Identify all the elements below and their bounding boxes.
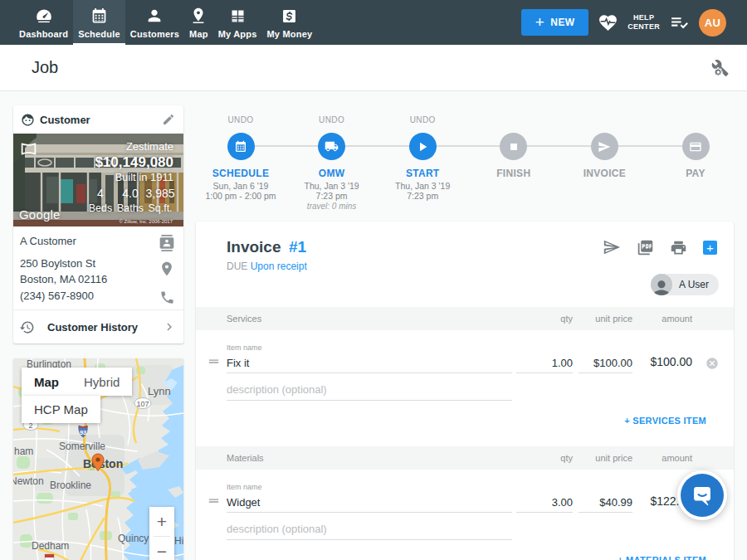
map-type-map-button[interactable]: Map	[22, 368, 71, 396]
chat-fab[interactable]	[677, 470, 727, 520]
material-qty-input[interactable]	[516, 493, 573, 513]
nav-item-schedule[interactable]: Schedule	[73, 0, 125, 45]
customer-card: Customer	[13, 105, 183, 343]
customer-phone: (234) 567-8900	[20, 290, 94, 302]
nav-label: Schedule	[78, 29, 120, 39]
job-settings-icon[interactable]	[710, 59, 729, 77]
service-amount: $100.00	[632, 353, 692, 373]
assignee-chip[interactable]: A User	[651, 274, 719, 295]
health-heart-icon[interactable]	[598, 12, 618, 33]
add-service-item-button[interactable]: + SERVICES ITEM	[624, 416, 706, 426]
start-date-line1: Thu, Jan 3 '19	[377, 181, 468, 191]
start-date: Thu, Jan 3 '19 7:23 pm	[377, 181, 468, 201]
nav-item-customers[interactable]: Customers	[125, 0, 184, 45]
nav-label: Map	[189, 29, 208, 39]
timeline-step-label: INVOICE	[559, 168, 650, 179]
stat-beds: 4 Beds	[85, 187, 115, 214]
customer-card-title: Customer	[40, 114, 90, 126]
phone-icon[interactable]	[159, 290, 175, 305]
drag-handle-icon[interactable]	[207, 494, 221, 508]
nav-item-my-money[interactable]: My Money	[262, 0, 318, 45]
service-unit-price-input[interactable]	[579, 353, 632, 373]
contact-card-icon[interactable]	[159, 235, 175, 251]
print-icon[interactable]	[670, 239, 687, 256]
material-item-name-input[interactable]	[227, 493, 512, 513]
new-button[interactable]: + NEW	[521, 9, 588, 36]
service-description-input[interactable]	[227, 373, 512, 401]
nav-item-dashboard[interactable]: Dashboard	[14, 0, 73, 45]
map-label-dedham: Dedham	[32, 540, 69, 552]
undo-spacer	[559, 115, 650, 125]
qty-column-header: qty	[516, 453, 573, 463]
remove-service-item-icon[interactable]	[706, 353, 719, 373]
customer-details: A Customer 250 Boylston St Boston, MA 02…	[13, 226, 183, 343]
service-qty-input[interactable]	[516, 353, 573, 373]
item-name-label: Item name	[227, 483, 262, 491]
map-type-hybrid-button[interactable]: Hybrid	[71, 368, 132, 396]
zillow-copyright: © Zillow, Inc. 2006-2017	[120, 219, 173, 224]
nav-item-map[interactable]: Map	[184, 0, 213, 45]
due-label: DUE	[227, 261, 247, 272]
task-list-icon[interactable]	[669, 12, 690, 33]
nav-item-my-apps[interactable]: My Apps	[213, 0, 262, 45]
undo-start-button[interactable]: UNDO	[377, 115, 468, 125]
timeline-step-label: PAY	[650, 168, 741, 179]
property-photo[interactable]: Zestimate $10,149,080 Built in 1911 4 Be…	[13, 134, 183, 226]
baths-value: 4.0	[115, 187, 145, 200]
stat-baths: 4.0 Baths	[115, 187, 145, 214]
item-name-label: Item name	[227, 343, 262, 352]
chat-bubble-icon	[681, 474, 724, 517]
material-description-input[interactable]	[227, 513, 512, 540]
invoice-number-link[interactable]: #1	[289, 238, 306, 256]
location-pin-icon[interactable]	[159, 261, 175, 277]
address-line1: 250 Boylston St	[20, 256, 175, 271]
materials-header: Materials qty unit price amount	[196, 446, 734, 470]
schedule-step-icon[interactable]	[227, 133, 255, 160]
sqft-label: Sq.ft.	[145, 202, 175, 214]
invoice-step-icon[interactable]	[591, 133, 618, 160]
assignee-name: A User	[679, 279, 709, 290]
send-invoice-icon[interactable]	[603, 238, 621, 256]
timeline-step-finish: FINISH	[468, 108, 559, 179]
nav-label: My Money	[267, 29, 313, 39]
zoom-in-button[interactable]: +	[149, 507, 174, 536]
user-avatar[interactable]: AU	[699, 9, 726, 37]
omw-step-icon[interactable]	[318, 133, 345, 160]
drag-handle-icon[interactable]	[207, 354, 221, 368]
invoice-due: DUE Upon receipt	[227, 261, 307, 272]
help-center-link[interactable]: HELP CENTER	[627, 13, 660, 32]
amount-column-header: amount	[632, 314, 692, 324]
invoice-actions: +	[603, 238, 717, 256]
omw-date: Thu, Jan 3 '19 7:23 pm	[286, 181, 378, 201]
material-unit-price-input[interactable]	[579, 493, 632, 513]
add-material-item-button[interactable]: + MATERIALS ITEM	[618, 555, 706, 560]
navbar-right: + NEW HELP CENTER AU	[521, 0, 747, 45]
finish-step-icon[interactable]	[500, 133, 527, 160]
start-step-icon[interactable]	[409, 133, 437, 160]
schedule-date-line1: Sun, Jan 6 '19	[195, 181, 286, 191]
edit-customer-icon[interactable]	[162, 113, 175, 126]
pdf-icon[interactable]	[637, 239, 654, 256]
service-item-name-input[interactable]	[227, 353, 512, 373]
timeline-step-omw: UNDO OMW Thu, Jan 3 '19 7:23 pm travel: …	[286, 108, 378, 211]
map-label-lynn: Lynn	[148, 385, 171, 397]
service-item-row: Item name $100.00	[196, 330, 734, 373]
stat-sqft: 3,985 Sq.ft.	[145, 187, 175, 214]
pay-step-icon[interactable]	[682, 133, 710, 160]
route-shield-107: 107	[134, 398, 151, 409]
add-invoice-button[interactable]: +	[703, 241, 717, 255]
hcp-map-button[interactable]: HCP Map	[22, 396, 100, 423]
page-title-bar: Job	[0, 45, 747, 91]
due-value-link[interactable]: Upon receipt	[251, 261, 307, 272]
zestimate-value: $10,149,080	[95, 154, 173, 171]
amount-column-header: amount	[632, 453, 692, 463]
unit-price-column-header: unit price	[579, 453, 632, 463]
zoom-out-button[interactable]: −	[149, 537, 174, 560]
customer-history-button[interactable]: Customer History	[13, 310, 183, 343]
job-timeline: UNDO SCHEDULE Sun, Jan 6 '19 1:00 pm - 2…	[196, 108, 734, 224]
material-item-row: Item name $122.97	[196, 470, 734, 513]
services-header: Services qty unit price amount	[196, 307, 734, 330]
invoice-title-row: Invoice #1	[227, 238, 306, 256]
undo-schedule-button[interactable]: UNDO	[195, 115, 286, 125]
undo-omw-button[interactable]: UNDO	[286, 115, 378, 125]
